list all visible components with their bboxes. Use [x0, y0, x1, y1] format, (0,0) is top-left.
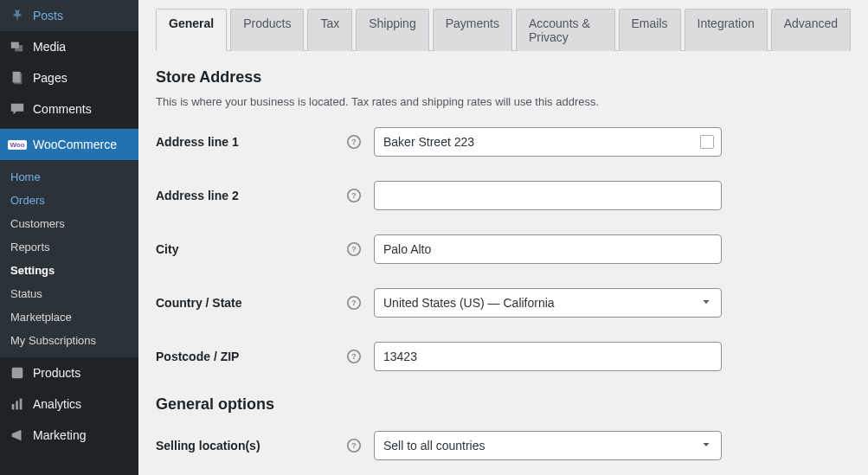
sidebar-item-marketing[interactable]: Marketing	[0, 420, 138, 451]
sidebar-item-comments[interactable]: Comments	[0, 93, 138, 125]
select-country-value: United States (US) — California	[383, 296, 555, 310]
media-icon	[9, 38, 26, 55]
analytics-icon	[9, 395, 26, 413]
submenu-home[interactable]: Home	[0, 165, 138, 189]
submenu-reports[interactable]: Reports	[0, 235, 138, 259]
section-heading-general-options: General options	[156, 395, 851, 414]
settings-tabs: General Products Tax Shipping Payments A…	[156, 0, 851, 51]
help-icon[interactable]: ?	[346, 438, 362, 453]
section-heading-store-address: Store Address	[156, 68, 851, 87]
tab-payments[interactable]: Payments	[433, 9, 512, 51]
label-city: City	[156, 242, 346, 256]
tab-emails[interactable]: Emails	[619, 9, 681, 51]
help-icon[interactable]: ?	[346, 295, 362, 311]
admin-sidebar: Posts Media Pages Comments Woo WooCommer…	[0, 0, 138, 475]
input-city[interactable]	[374, 234, 722, 264]
svg-text:?: ?	[351, 191, 356, 200]
svg-rect-7	[20, 399, 23, 410]
sidebar-item-posts[interactable]: Posts	[0, 0, 138, 31]
row-postcode: Postcode / ZIP ?	[156, 342, 851, 371]
tab-accounts[interactable]: Accounts & Privacy	[516, 9, 615, 51]
row-country: Country / State ? United States (US) — C…	[156, 288, 851, 318]
pages-icon	[9, 69, 26, 87]
main-content: General Products Tax Shipping Payments A…	[138, 0, 868, 475]
submenu-orders[interactable]: Orders	[0, 189, 138, 212]
help-icon[interactable]: ?	[346, 241, 362, 257]
select-selling-value: Sell to all countries	[383, 439, 485, 453]
tab-tax[interactable]: Tax	[307, 9, 352, 51]
products-icon	[9, 364, 26, 382]
svg-rect-5	[12, 404, 15, 409]
woocommerce-icon: Woo	[9, 136, 26, 153]
chevron-down-icon	[700, 439, 712, 453]
sidebar-item-label: Analytics	[33, 397, 132, 411]
tab-advanced[interactable]: Advanced	[771, 9, 851, 51]
submenu-settings[interactable]: Settings	[0, 259, 138, 282]
svg-text:?: ?	[351, 441, 356, 450]
svg-rect-4	[12, 368, 23, 379]
label-country: Country / State	[156, 296, 346, 310]
sidebar-item-label: WooCommerce	[33, 138, 132, 151]
select-country[interactable]: United States (US) — California	[374, 288, 722, 318]
submenu-subscriptions[interactable]: My Subscriptions	[0, 329, 138, 352]
tab-products[interactable]: Products	[230, 9, 304, 51]
sidebar-item-media[interactable]: Media	[0, 31, 138, 62]
svg-text:?: ?	[351, 352, 356, 361]
svg-rect-3	[14, 74, 22, 85]
label-address2: Address line 2	[156, 189, 346, 202]
pin-icon	[9, 7, 26, 24]
tab-general[interactable]: General	[156, 9, 227, 51]
chevron-down-icon	[700, 296, 712, 311]
comments-icon	[9, 100, 26, 118]
row-city: City ?	[156, 234, 851, 264]
input-address1[interactable]	[374, 127, 722, 157]
label-address1: Address line 1	[156, 135, 346, 149]
svg-text:?: ?	[351, 138, 356, 146]
section-description: This is where your business is located. …	[156, 95, 851, 108]
input-address2[interactable]	[374, 181, 722, 210]
submenu-customers[interactable]: Customers	[0, 212, 138, 235]
submenu-woocommerce: Home Orders Customers Reports Settings S…	[0, 160, 138, 357]
svg-text:?: ?	[351, 298, 356, 307]
sidebar-item-woocommerce[interactable]: Woo WooCommerce	[0, 129, 138, 160]
select-selling-location[interactable]: Sell to all countries	[374, 431, 722, 460]
marketing-icon	[9, 427, 26, 444]
svg-text:?: ?	[351, 245, 356, 254]
sidebar-item-label: Pages	[33, 71, 132, 85]
sidebar-item-pages[interactable]: Pages	[0, 62, 138, 93]
sidebar-item-label: Marketing	[33, 428, 132, 442]
submenu-status[interactable]: Status	[0, 282, 138, 305]
label-postcode: Postcode / ZIP	[156, 350, 346, 363]
svg-rect-6	[16, 401, 18, 409]
submenu-marketplace[interactable]: Marketplace	[0, 305, 138, 329]
input-postcode[interactable]	[374, 342, 722, 371]
tab-shipping[interactable]: Shipping	[356, 9, 429, 51]
sidebar-item-products[interactable]: Products	[0, 357, 138, 388]
label-selling-location: Selling location(s)	[156, 439, 346, 453]
row-address1: Address line 1 ?	[156, 127, 851, 157]
row-selling-location: Selling location(s) ? Sell to all countr…	[156, 431, 851, 460]
sidebar-item-label: Posts	[33, 9, 132, 22]
help-icon[interactable]: ?	[346, 349, 362, 364]
sidebar-item-label: Comments	[33, 102, 132, 116]
sidebar-item-label: Media	[33, 40, 132, 54]
help-icon[interactable]: ?	[346, 188, 362, 203]
svg-rect-1	[15, 45, 23, 51]
help-icon[interactable]: ?	[346, 134, 362, 150]
tab-integration[interactable]: Integration	[685, 9, 768, 51]
sidebar-item-analytics[interactable]: Analytics	[0, 388, 138, 420]
row-address2: Address line 2 ?	[156, 181, 851, 210]
sidebar-item-label: Products	[33, 366, 132, 380]
